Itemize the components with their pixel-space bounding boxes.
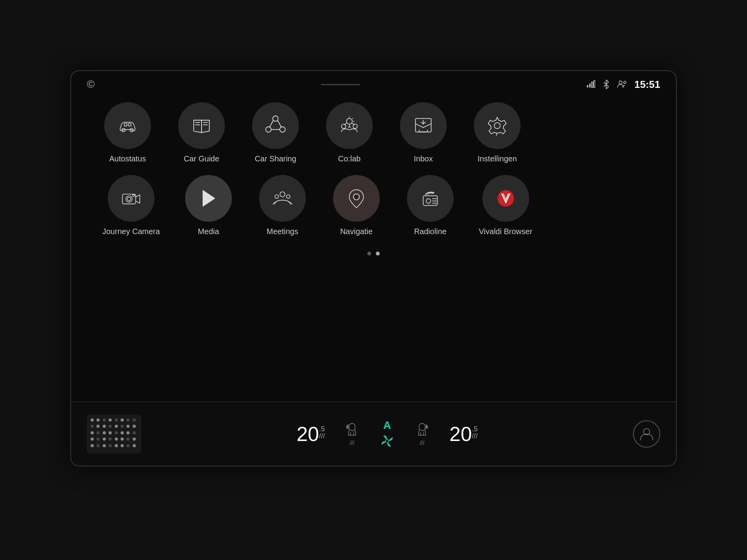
journey-camera-icon-circle	[108, 175, 154, 222]
inbox-label: Inbox	[414, 154, 433, 163]
temp-right[interactable]: 20 .5 ///	[449, 424, 478, 444]
settings-icon	[487, 116, 507, 136]
profile-icon	[639, 426, 654, 442]
app-car-sharing[interactable]: Car Sharing	[250, 102, 301, 163]
svg-point-35	[126, 196, 132, 202]
svg-point-4	[619, 81, 622, 84]
svg-point-6	[122, 128, 125, 132]
seat-heat-right-icon	[414, 422, 430, 438]
svg-point-5	[624, 81, 626, 84]
svg-point-17	[280, 127, 285, 132]
navigatie-icon-circle	[333, 175, 380, 222]
book-icon	[191, 116, 212, 136]
svg-line-28	[352, 118, 353, 119]
inbox-icon	[413, 116, 433, 136]
app-autostatus[interactable]: Autostatus	[102, 102, 153, 163]
svg-point-51	[386, 439, 389, 443]
car-guide-label: Car Guide	[184, 154, 219, 163]
meetings-icon-circle	[259, 175, 306, 222]
svg-point-40	[275, 195, 278, 198]
apps-row-1: Autostatus	[102, 102, 645, 163]
content-area: Autostatus	[71, 94, 676, 425]
svg-point-23	[353, 124, 357, 128]
camera-icon	[121, 188, 141, 208]
media-label: Media	[198, 227, 219, 236]
car-sharing-label: Car Sharing	[255, 154, 296, 163]
colab-icon-circle	[326, 102, 373, 149]
seat-heat-left[interactable]: ///	[344, 422, 360, 446]
svg-rect-1	[589, 84, 591, 88]
car-icon	[117, 116, 138, 136]
temp-left-decimal: .5	[319, 425, 325, 432]
app-vivaldi[interactable]: Vivaldi Browser	[479, 175, 532, 236]
colab-icon	[339, 116, 359, 136]
svg-rect-8	[124, 123, 127, 126]
app-meetings[interactable]: Meetings	[257, 175, 308, 236]
temp-right-number: 20	[449, 424, 472, 444]
temp-left[interactable]: 20 .5 ///	[296, 424, 325, 444]
clock: 15:51	[634, 79, 660, 91]
seat-heat-left-icon	[344, 422, 360, 438]
app-colab[interactable]: Co:lab	[324, 102, 375, 163]
svg-line-29	[353, 121, 354, 122]
fan-control[interactable]: A	[379, 419, 395, 449]
instellingen-label: Instellingen	[477, 154, 517, 163]
climate-bar: 20 .5 ///	[71, 401, 676, 466]
seat-heat-right[interactable]: ///	[414, 422, 430, 446]
svg-point-36	[127, 197, 131, 201]
svg-rect-9	[128, 123, 131, 126]
svg-point-42	[353, 194, 359, 200]
car-sharing-icon-circle	[252, 102, 299, 149]
temp-right-unit: ///	[472, 432, 478, 439]
seat-heat-right-label: ///	[420, 440, 424, 446]
svg-point-7	[130, 128, 133, 132]
app-journey-camera[interactable]: Journey Camera	[102, 175, 160, 236]
radio-icon	[420, 188, 440, 208]
temp-left-number: 20	[296, 424, 319, 444]
bluetooth-icon	[602, 80, 610, 89]
svg-point-37	[133, 194, 135, 196]
profile-button[interactable]	[633, 420, 660, 448]
app-car-guide[interactable]: Car Guide	[176, 102, 227, 163]
app-grid: Autostatus	[71, 94, 676, 420]
media-icon-circle	[185, 175, 232, 222]
svg-rect-3	[594, 80, 595, 88]
status-divider	[321, 84, 360, 85]
app-inbox[interactable]: Inbox	[398, 102, 449, 163]
fan-icon	[379, 433, 395, 449]
apps-row-2: Journey Camera Media	[102, 175, 645, 236]
colab-label: Co:lab	[338, 154, 361, 163]
fan-auto-label: A	[383, 419, 391, 432]
svg-line-19	[278, 121, 281, 127]
svg-point-41	[286, 195, 290, 198]
svg-marker-38	[203, 190, 216, 206]
status-right-area: 15:51	[586, 79, 660, 91]
user-status-icon	[617, 80, 627, 89]
autostatus-icon-circle	[104, 102, 151, 149]
brand-logo: ©	[87, 78, 95, 91]
car-guide-icon-circle	[178, 102, 225, 149]
page-dot-1[interactable]	[367, 252, 371, 256]
infotainment-screen: ©	[70, 70, 677, 467]
svg-rect-43	[423, 196, 438, 205]
app-media[interactable]: Media	[183, 175, 234, 236]
vivaldi-icon	[496, 188, 516, 208]
meetings-icon	[272, 188, 293, 208]
share-icon	[265, 116, 286, 136]
svg-rect-0	[587, 85, 588, 88]
svg-point-44	[426, 199, 431, 203]
car-frame: ©	[0, 0, 747, 560]
svg-point-22	[342, 124, 346, 128]
climate-center: 20 .5 ///	[141, 419, 633, 449]
radioline-label: Radioline	[414, 227, 446, 236]
app-instellingen[interactable]: Instellingen	[472, 102, 523, 163]
app-radioline[interactable]: Radioline	[405, 175, 456, 236]
page-dot-2[interactable]	[376, 252, 380, 256]
inbox-icon-circle	[400, 102, 447, 149]
navigatie-label: Navigatie	[340, 227, 372, 236]
vivaldi-icon-circle	[482, 175, 529, 222]
svg-point-33	[494, 122, 500, 128]
svg-point-39	[280, 192, 285, 197]
app-navigatie[interactable]: Navigatie	[331, 175, 382, 236]
status-bar: ©	[71, 71, 676, 94]
